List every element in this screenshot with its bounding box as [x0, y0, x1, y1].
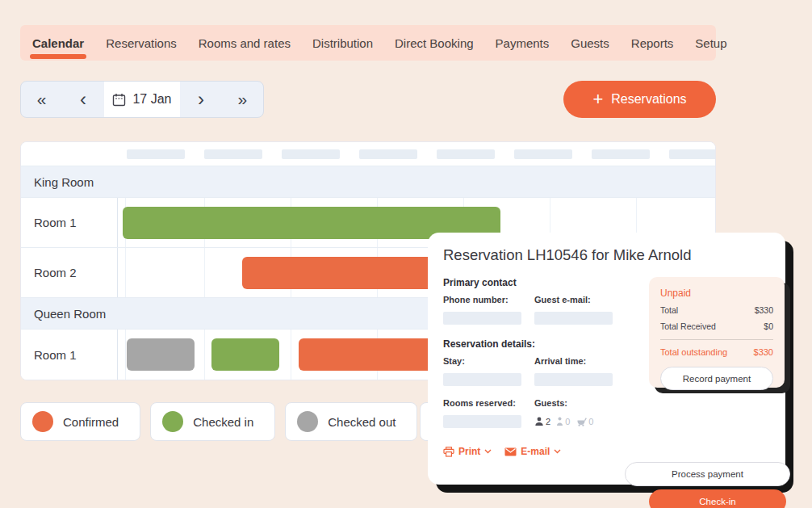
legend-checked-out-dot — [297, 411, 318, 432]
rooms-reserved-label: Rooms reserved: — [443, 398, 527, 408]
tab-setup[interactable]: Setup — [695, 25, 726, 61]
new-reservation-label: Reservations — [611, 92, 686, 107]
next-day-button[interactable]: › — [180, 82, 221, 117]
legend-confirmed-dot — [32, 411, 53, 432]
date-placeholder — [204, 149, 262, 159]
arrival-time-label: Arrival time: — [534, 356, 618, 366]
first-page-button[interactable]: « — [21, 82, 62, 117]
reservation-details-heading: Reservation details: — [443, 338, 630, 350]
tab-distribution[interactable]: Distribution — [312, 25, 373, 61]
child-guest-count: 0 — [565, 417, 570, 426]
guest-email-value — [534, 312, 613, 325]
room-name: Room 2 — [21, 248, 118, 297]
top-navigation: CalendarReservationsRooms and ratesDistr… — [20, 25, 716, 61]
arrival-time-value — [534, 373, 613, 386]
calendar-date-header — [21, 142, 715, 166]
stay-value — [443, 373, 521, 386]
adult-guest-icon — [534, 417, 544, 426]
plus-icon: + — [592, 90, 603, 108]
total-received-label: Total Received — [660, 321, 716, 331]
payment-summary-card: Unpaid Total $330 Total Received $0 Tota… — [649, 277, 785, 388]
process-payment-button[interactable]: Process payment — [625, 462, 790, 486]
date-placeholder — [514, 149, 572, 159]
legend-label: Confirmed — [63, 415, 119, 429]
guest-email-label: Guest e-mail: — [534, 295, 618, 304]
legend-item-confirmed[interactable]: Confirmed — [20, 402, 140, 441]
date-placeholder — [437, 149, 495, 159]
reservation-bar-confirmed[interactable] — [242, 257, 454, 289]
infant-stroller-icon — [576, 417, 587, 426]
envelope-icon — [504, 447, 517, 456]
legend-item-checked-out[interactable]: Checked out — [285, 402, 417, 441]
record-payment-button[interactable]: Record payment — [660, 367, 773, 390]
primary-contact-heading: Primary contact — [443, 277, 630, 288]
last-page-button[interactable]: » — [222, 82, 263, 117]
legend-item-checked-in[interactable]: Checked in — [150, 402, 275, 441]
tab-rooms-and-rates[interactable]: Rooms and rates — [199, 25, 291, 61]
email-chevron-down-icon — [554, 449, 561, 454]
adult-guest-count: 2 — [546, 417, 550, 426]
legend-label: Checked out — [328, 415, 396, 429]
calendar-icon — [112, 93, 126, 107]
room-type-header: King Room — [21, 166, 715, 198]
tab-direct-booking[interactable]: Direct Booking — [395, 25, 474, 61]
room-name: Room 1 — [21, 198, 118, 247]
date-placeholder — [359, 149, 417, 159]
tab-payments[interactable]: Payments — [496, 25, 550, 61]
room-name: Room 1 — [21, 330, 118, 380]
total-value: $330 — [755, 305, 773, 315]
tab-reports[interactable]: Reports — [631, 25, 674, 61]
date-label: 17 Jan — [132, 92, 171, 107]
date-placeholder — [282, 149, 340, 159]
status-legend: ConfirmedChecked inChecked out — [20, 402, 417, 441]
phone-number-value — [443, 312, 521, 325]
total-outstanding-label: Total outstanding — [660, 347, 727, 357]
tab-reservations[interactable]: Reservations — [106, 25, 177, 61]
printer-icon — [443, 447, 454, 457]
reservation-modal-title: Reservation LH10546 for Mike Arnold — [443, 246, 769, 264]
tab-calendar[interactable]: Calendar — [32, 25, 84, 61]
legend-label: Checked in — [193, 415, 253, 429]
reservation-bar-checked-out[interactable] — [127, 338, 195, 371]
total-outstanding-value: $330 — [754, 347, 773, 357]
reservation-modal: Reservation LH10546 for Mike Arnold Prim… — [428, 233, 785, 485]
rooms-reserved-value — [443, 415, 521, 428]
email-label: E-mail — [521, 446, 550, 457]
infant-guest-count: 0 — [588, 417, 593, 426]
print-label: Print — [458, 446, 480, 457]
tab-guests[interactable]: Guests — [571, 25, 609, 61]
date-placeholder — [592, 149, 650, 159]
email-menu[interactable]: E-mail — [504, 446, 561, 457]
date-placeholder — [669, 149, 716, 159]
total-received-value: $0 — [764, 321, 773, 331]
new-reservation-button[interactable]: + Reservations — [563, 81, 716, 118]
payment-status-badge: Unpaid — [660, 288, 773, 299]
legend-checked-in-dot — [162, 411, 183, 432]
payment-divider — [660, 339, 773, 340]
nav-tabs: CalendarReservationsRooms and ratesDistr… — [20, 25, 727, 61]
date-placeholder — [127, 149, 185, 159]
child-guest-icon — [556, 417, 563, 426]
total-label: Total — [660, 305, 678, 315]
print-menu[interactable]: Print — [443, 446, 492, 457]
stay-label: Stay: — [443, 356, 527, 366]
check-in-button[interactable]: Check-in — [649, 489, 786, 508]
date-navigation: « ‹ 17 Jan › » — [20, 81, 264, 118]
previous-day-button[interactable]: ‹ — [62, 82, 103, 117]
reservation-bar-checked-in[interactable] — [211, 338, 279, 371]
phone-number-label: Phone number: — [443, 295, 527, 304]
print-chevron-down-icon — [484, 449, 492, 454]
date-picker[interactable]: 17 Jan — [104, 82, 181, 117]
guests-label: Guests: — [534, 398, 618, 408]
